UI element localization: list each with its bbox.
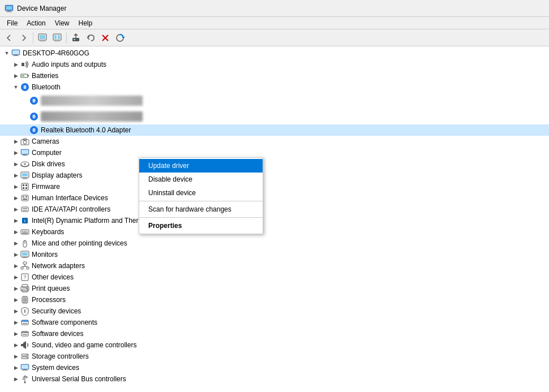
tree-item-intel[interactable]: ▶ i Intel(R) Dynamic Platform and Therma…: [0, 215, 549, 226]
expand-ide[interactable]: ▶: [11, 205, 20, 214]
expand-disk[interactable]: ▶: [11, 160, 20, 169]
scan-button[interactable]: [113, 31, 127, 45]
svg-rect-33: [23, 154, 27, 155]
tree-view[interactable]: ▼ DESKTOP-4R60GOG ▶ Audio: [0, 46, 549, 392]
context-menu-uninstall-device[interactable]: Uninstall device: [139, 186, 263, 200]
expand-security[interactable]: ▶: [11, 307, 20, 316]
tree-item-security[interactable]: ▶ Security devices: [0, 305, 549, 317]
context-menu-update-driver[interactable]: Update driver: [139, 159, 263, 173]
expand-usb[interactable]: ▶: [11, 374, 20, 384]
tree-item-processors[interactable]: ▶ Processors: [0, 294, 549, 305]
tree-item-bt-blurred-2[interactable]: ▶: [0, 109, 549, 124]
usb-label: Universal Serial Bus controllers: [32, 375, 126, 383]
rollback-button[interactable]: [84, 31, 97, 45]
tree-item-usb[interactable]: ▶ Universal Serial Bus controllers: [0, 373, 549, 385]
other-icon: ?: [20, 273, 29, 282]
keyboards-label: Keyboards: [32, 228, 64, 236]
properties-button-1[interactable]: [36, 31, 49, 45]
expand-other[interactable]: ▶: [11, 273, 20, 282]
tree-item-keyboards[interactable]: ▶ Keyboards: [0, 226, 549, 238]
expand-display[interactable]: ▶: [11, 171, 20, 180]
tree-item-network[interactable]: ▶ Network adapters: [0, 260, 549, 272]
tree-item-sound[interactable]: ▶ Sound, video and game controllers: [0, 339, 549, 351]
tree-item-software-dev[interactable]: ▶ Software devices: [0, 328, 549, 339]
computer-device-icon: [20, 148, 29, 157]
tree-item-firmware[interactable]: ▶ Firmware: [0, 181, 549, 192]
forward-button[interactable]: [17, 31, 31, 45]
expand-keyboards[interactable]: ▶: [11, 227, 20, 236]
tree-item-mice[interactable]: ▶ Mice and other pointing devices: [0, 238, 549, 249]
expand-hid[interactable]: ▶: [11, 193, 20, 203]
system-label: System devices: [32, 364, 79, 372]
svg-rect-104: [22, 370, 28, 371]
expand-firmware[interactable]: ▶: [11, 182, 20, 191]
svg-rect-43: [22, 183, 28, 190]
expand-software-dev[interactable]: ▶: [11, 329, 20, 338]
sound-icon: [20, 341, 29, 350]
context-menu-disable-device[interactable]: Disable device: [139, 173, 263, 186]
svg-point-100: [27, 357, 28, 359]
expand-software-comp[interactable]: ▶: [11, 318, 20, 327]
display-label: Display adapters: [32, 171, 82, 179]
tree-item-cameras[interactable]: ▶ Cameras: [0, 136, 549, 147]
tree-item-software-comp[interactable]: ▶ Software components: [0, 317, 549, 328]
back-button[interactable]: [2, 31, 16, 45]
menu-view[interactable]: View: [50, 18, 74, 28]
menu-file[interactable]: File: [2, 18, 22, 28]
svg-rect-53: [23, 208, 27, 209]
tree-item-bluetooth[interactable]: ▼ Bluetooth: [0, 81, 549, 93]
expand-audio[interactable]: ▶: [11, 60, 20, 69]
firmware-label: Firmware: [32, 183, 60, 191]
expand-processors[interactable]: ▶: [11, 295, 20, 304]
svg-rect-69: [21, 267, 23, 269]
svg-rect-52: [22, 207, 28, 212]
menu-action[interactable]: Action: [22, 18, 50, 28]
svg-text:i: i: [24, 219, 25, 223]
audio-icon: [20, 60, 29, 69]
expand-sound[interactable]: ▶: [11, 341, 20, 350]
tree-item-storage[interactable]: ▶ Storage controllers: [0, 351, 549, 362]
expand-system[interactable]: ▶: [11, 363, 20, 372]
tree-item-bt-realtek[interactable]: ▶ Realtek Bluetooth 4.0 Adapter: [0, 124, 549, 136]
tree-item-system[interactable]: ▶ System devices: [0, 362, 549, 373]
cameras-icon: [20, 137, 29, 146]
expand-mice[interactable]: ▶: [11, 239, 20, 248]
tree-item-hid[interactable]: ▶ Human Interface Devices: [0, 192, 549, 204]
tree-item-disk[interactable]: ▶ Disk drives: [0, 158, 549, 170]
uninstall-button[interactable]: [98, 31, 112, 45]
expand-computer[interactable]: ▶: [11, 148, 20, 157]
tree-item-batteries[interactable]: ▶ Batteries: [0, 70, 549, 81]
context-menu-properties[interactable]: Properties: [139, 219, 263, 232]
expand-batteries[interactable]: ▶: [11, 71, 20, 80]
tree-item-display[interactable]: ▶ Display adapters: [0, 170, 549, 181]
expand-cameras[interactable]: ▶: [11, 137, 20, 146]
properties-button-2[interactable]: [50, 31, 64, 45]
security-label: Security devices: [32, 307, 81, 315]
tree-item-bt-blurred-1[interactable]: ▶: [0, 93, 549, 109]
svg-rect-5: [40, 35, 45, 39]
expand-network[interactable]: ▶: [11, 261, 20, 270]
expand-bluetooth[interactable]: ▼: [11, 83, 20, 92]
tree-item-monitors[interactable]: ▶ Monitors: [0, 249, 549, 260]
tree-root[interactable]: ▼ DESKTOP-4R60GOG: [0, 48, 549, 59]
expand-monitors[interactable]: ▶: [11, 250, 20, 259]
update-driver-button[interactable]: [69, 31, 83, 45]
context-menu-scan[interactable]: Scan for hardware changes: [139, 203, 263, 216]
svg-rect-91: [22, 320, 28, 322]
svg-rect-79: [27, 288, 28, 289]
tree-item-audio[interactable]: ▶ Audio inputs and outputs: [0, 59, 549, 70]
expand-intel[interactable]: ▶: [11, 216, 20, 225]
expand-storage[interactable]: ▶: [11, 352, 20, 361]
menu-help[interactable]: Help: [74, 18, 97, 28]
title-bar-icon: [5, 4, 14, 13]
svg-rect-60: [25, 231, 27, 232]
tree-item-print[interactable]: ▶ Print queues: [0, 283, 549, 294]
tree-item-other[interactable]: ▶ ? Other devices: [0, 272, 549, 283]
main-content: ▼ DESKTOP-4R60GOG ▶ Audio: [0, 46, 549, 392]
expand-print[interactable]: ▶: [11, 284, 20, 293]
svg-text:?: ?: [23, 274, 26, 280]
tree-item-ide[interactable]: ▶ IDE ATA/ATAPI controllers: [0, 204, 549, 215]
expand-root[interactable]: ▼: [2, 49, 11, 58]
tree-item-computer[interactable]: ▶ Computer: [0, 147, 549, 158]
svg-rect-94: [22, 331, 28, 333]
